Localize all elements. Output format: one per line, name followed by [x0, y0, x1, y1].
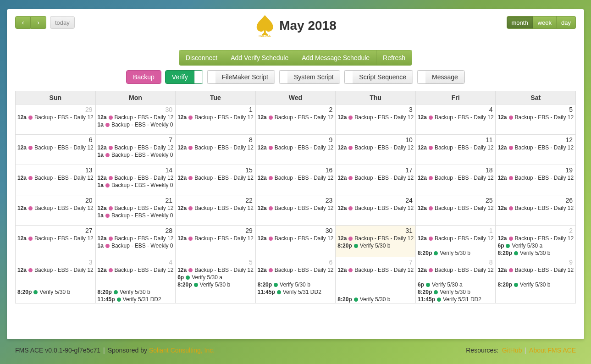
calendar-event[interactable]: 8:20pVerify 5/30 b [416, 288, 496, 296]
calendar-event[interactable]: 12aBackup - EBS - Daily 12 [16, 235, 95, 242]
day-cell[interactable]: 3012aBackup - EBS - Daily 12 [256, 226, 336, 257]
day-cell[interactable]: 912aBackup - EBS - Daily 12 [256, 135, 336, 165]
day-cell[interactable]: 1312aBackup - EBS - Daily 12 [16, 165, 96, 195]
calendar-event[interactable]: 6pVerify 5/30 a [496, 242, 575, 249]
day-cell[interactable]: 2912aBackup - EBS - Daily 12 [176, 226, 256, 257]
calendar-event[interactable]: 12aBackup - EBS - Daily 12 [336, 235, 415, 242]
calendar-event[interactable]: 6pVerify 5/30 a [416, 281, 496, 288]
calendar-event[interactable]: 12aBackup - EBS - Daily 12 [496, 174, 575, 182]
day-cell[interactable]: 412aBackup - EBS - Daily 12 [416, 105, 496, 134]
calendar-event[interactable]: 8:20pVerify 5/30 b [336, 242, 415, 249]
calendar-event[interactable]: 12aBackup - EBS - Daily 12 [336, 144, 415, 151]
calendar-event[interactable]: 12aBackup - EBS - Daily 12 [256, 114, 336, 121]
calendar-event[interactable]: 11:45pVerify 5/31 DD2 [416, 296, 496, 303]
calendar-event[interactable]: 12aBackup - EBS - Daily 12 [16, 144, 95, 151]
calendar-event[interactable]: 12aBackup - EBS - Daily 12 [176, 235, 255, 242]
day-cell[interactable]: 212aBackup - EBS - Daily 126pVerify 5/30… [496, 226, 575, 257]
calendar-event[interactable]: 12aBackup - EBS - Daily 12 [256, 174, 336, 182]
day-cell[interactable]: 3012aBackup - EBS - Daily 121aBackup - E… [96, 105, 176, 134]
calendar-event[interactable]: 12aBackup - EBS - Daily 12 [176, 114, 255, 121]
day-cell[interactable]: 3112aBackup - EBS - Daily 128:20pVerify … [336, 226, 416, 257]
add-verify-schedule-button[interactable]: Add Verify Schedule [224, 50, 295, 65]
calendar-event[interactable]: 12aBackup - EBS - Daily 12 [16, 114, 95, 121]
disconnect-button[interactable]: Disconnect [179, 50, 224, 65]
day-cell[interactable]: 2112aBackup - EBS - Daily 121aBackup - E… [96, 195, 176, 225]
day-cell[interactable]: 812aBackup - EBS - Daily 12 [176, 135, 256, 165]
calendar-event[interactable]: 12aBackup - EBS - Daily 12 [416, 266, 496, 274]
day-cell[interactable]: 412aBackup - EBS - Daily 12 8:20pVerify … [96, 257, 176, 303]
day-cell[interactable]: 112aBackup - EBS - Daily 12 8:20pVerify … [416, 226, 496, 257]
day-cell[interactable]: 2512aBackup - EBS - Daily 12 [416, 195, 496, 225]
calendar-event[interactable]: 8:20pVerify 5/30 b [16, 288, 95, 296]
calendar-event[interactable]: 12aBackup - EBS - Daily 12 [416, 144, 496, 151]
calendar-event[interactable]: 12aBackup - EBS - Daily 12 [16, 266, 95, 274]
calendar-event[interactable]: 12aBackup - EBS - Daily 12 [336, 204, 415, 212]
calendar-event[interactable]: 8:20pVerify 5/30 b [336, 296, 415, 303]
calendar-event[interactable]: 12aBackup - EBS - Daily 12 [16, 174, 95, 182]
calendar-event[interactable]: 8:20pVerify 5/30 b [416, 249, 496, 257]
day-cell[interactable]: 1612aBackup - EBS - Daily 12 [256, 165, 336, 195]
calendar-event[interactable]: 12aBackup - EBS - Daily 12 [336, 266, 415, 274]
calendar-event[interactable]: 12aBackup - EBS - Daily 12 [496, 114, 575, 121]
calendar-event[interactable]: 12aBackup - EBS - Daily 12 [176, 174, 255, 182]
calendar-event[interactable]: 12aBackup - EBS - Daily 12 [96, 144, 176, 151]
calendar-event[interactable]: 11:45pVerify 5/31 DD2 [256, 288, 336, 296]
today-button[interactable]: today [50, 16, 75, 29]
calendar-event[interactable]: 8:20pVerify 5/30 b [496, 249, 575, 257]
view-month-button[interactable]: month [507, 16, 533, 29]
calendar-event[interactable]: 12aBackup - EBS - Daily 12 [416, 235, 496, 242]
day-cell[interactable]: 1712aBackup - EBS - Daily 12 [336, 165, 416, 195]
day-cell[interactable]: 1912aBackup - EBS - Daily 12 [496, 165, 575, 195]
day-cell[interactable]: 2212aBackup - EBS - Daily 12 [176, 195, 256, 225]
day-cell[interactable]: 1212aBackup - EBS - Daily 12 [496, 135, 575, 165]
day-cell[interactable]: 312aBackup - EBS - Daily 12 [336, 105, 416, 134]
day-cell[interactable]: 1812aBackup - EBS - Daily 12 [416, 165, 496, 195]
calendar-event[interactable]: 12aBackup - EBS - Daily 12 [176, 266, 255, 274]
calendar-event[interactable]: 12aBackup - EBS - Daily 12 [416, 114, 496, 121]
calendar-event[interactable]: 12aBackup - EBS - Daily 12 [336, 114, 415, 121]
calendar-event[interactable]: 12aBackup - EBS - Daily 12 [256, 144, 336, 151]
day-cell[interactable]: 2712aBackup - EBS - Daily 12 [16, 226, 96, 257]
calendar-event[interactable]: 1aBackup - EBS - Weekly 0 [96, 182, 176, 189]
day-cell[interactable]: 1012aBackup - EBS - Daily 12 [336, 135, 416, 165]
calendar-event[interactable]: 12aBackup - EBS - Daily 12 [496, 235, 575, 242]
day-cell[interactable]: 1412aBackup - EBS - Daily 121aBackup - E… [96, 165, 176, 195]
day-cell[interactable]: 1512aBackup - EBS - Daily 12 [176, 165, 256, 195]
calendar-event[interactable]: 12aBackup - EBS - Daily 12 [96, 204, 176, 212]
day-cell[interactable]: 2412aBackup - EBS - Daily 12 [336, 195, 416, 225]
calendar-event[interactable]: 12aBackup - EBS - Daily 12 [96, 174, 176, 182]
day-cell[interactable]: 212aBackup - EBS - Daily 12 [256, 105, 336, 134]
filter-seq-check[interactable] [344, 71, 353, 83]
calendar-event[interactable]: 8:20pVerify 5/30 b [176, 281, 255, 288]
day-cell[interactable]: 2312aBackup - EBS - Daily 12 [256, 195, 336, 225]
calendar-event[interactable]: 12aBackup - EBS - Daily 12 [256, 204, 336, 212]
calendar-event[interactable]: 12aBackup - EBS - Daily 12 [96, 235, 176, 242]
calendar-event[interactable]: 8:20pVerify 5/30 b [96, 288, 176, 296]
calendar-event[interactable]: 1aBackup - EBS - Weekly 0 [96, 121, 176, 128]
calendar-event[interactable]: 12aBackup - EBS - Daily 12 [96, 266, 176, 274]
filter-script-sequence[interactable]: Script Sequence [344, 70, 413, 84]
add-message-schedule-button[interactable]: Add Message Schedule [295, 50, 376, 65]
filter-verify-check[interactable] [194, 71, 203, 83]
filter-system-script[interactable]: System Script [279, 70, 340, 84]
prev-button[interactable]: ‹ [15, 16, 31, 29]
refresh-button[interactable]: Refresh [376, 50, 412, 65]
calendar-event[interactable]: 12aBackup - EBS - Daily 12 [256, 235, 336, 242]
day-cell[interactable]: 912aBackup - EBS - Daily 12 8:20pVerify … [496, 257, 575, 303]
day-cell[interactable]: 112aBackup - EBS - Daily 12 [176, 105, 256, 134]
calendar-event[interactable]: 12aBackup - EBS - Daily 12 [176, 144, 255, 151]
calendar-event[interactable]: 6pVerify 5/30 a [176, 274, 255, 281]
day-cell[interactable]: 1112aBackup - EBS - Daily 12 [416, 135, 496, 165]
about-link[interactable]: About FMS ACE [529, 347, 576, 354]
filter-sys-check[interactable] [279, 71, 287, 83]
filter-message[interactable]: Message [417, 70, 465, 84]
calendar-event[interactable]: 1aBackup - EBS - Weekly 0 [96, 242, 176, 249]
github-link[interactable]: GitHub [502, 347, 522, 354]
calendar-event[interactable]: 12aBackup - EBS - Daily 12 [416, 204, 496, 212]
day-cell[interactable]: 512aBackup - EBS - Daily 126pVerify 5/30… [176, 257, 256, 303]
calendar-event[interactable]: 11:45pVerify 5/31 DD2 [96, 296, 176, 303]
day-cell[interactable]: 712aBackup - EBS - Daily 12 8:20pVerify … [336, 257, 416, 303]
calendar-event[interactable]: 12aBackup - EBS - Daily 12 [96, 114, 176, 121]
calendar-event[interactable]: 12aBackup - EBS - Daily 12 [496, 204, 575, 212]
day-cell[interactable]: 512aBackup - EBS - Daily 12 [496, 105, 575, 134]
